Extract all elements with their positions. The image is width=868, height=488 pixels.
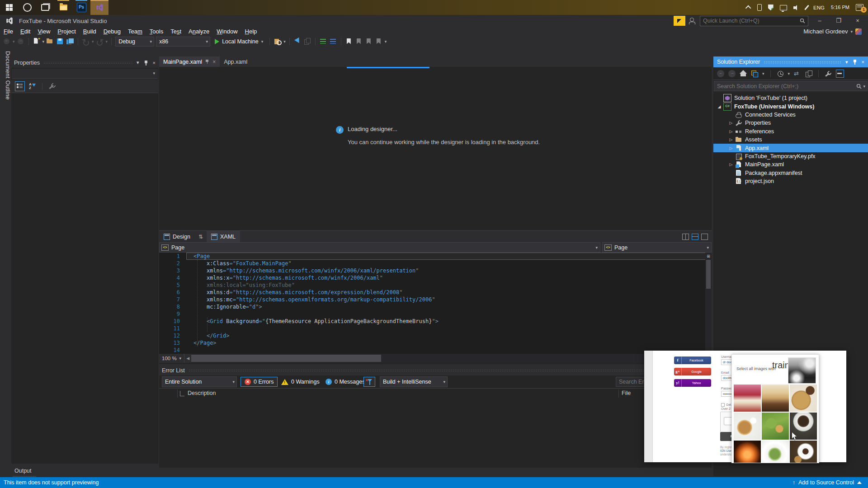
tree-item-project-json[interactable]: project.json: [713, 177, 868, 185]
expand-arrow-icon[interactable]: ▷: [727, 129, 735, 134]
defender-icon[interactable]: [768, 5, 774, 10]
user-dropdown-icon[interactable]: ▾: [850, 29, 853, 34]
captcha-image-pancakes[interactable]: [790, 385, 817, 412]
start-debugging-button[interactable]: Local Machine ▾: [212, 38, 266, 45]
file-column-header[interactable]: File: [622, 390, 631, 396]
code-line[interactable]: <Grid Background="{ThemeResource Applica…: [186, 318, 712, 325]
categorized-view-icon[interactable]: [15, 81, 25, 91]
preview-selected-items-icon[interactable]: [836, 70, 844, 78]
zoom-level-combobox[interactable]: 100 % ▾: [159, 354, 184, 363]
editor-horizontal-scrollbar[interactable]: [191, 354, 712, 363]
menu-file[interactable]: File: [0, 27, 17, 36]
code-line[interactable]: [186, 325, 712, 332]
feedback-person-icon[interactable]: [689, 18, 696, 24]
social-google-button[interactable]: g+Google: [674, 368, 711, 375]
social-yahoo-button[interactable]: y!Yahoo: [674, 379, 711, 387]
home-icon[interactable]: [740, 70, 747, 77]
configuration-combobox[interactable]: Debug▾: [115, 37, 154, 47]
output-tab[interactable]: Output: [14, 468, 32, 474]
editor-vertical-scrollbar[interactable]: ⊞: [705, 253, 712, 354]
action-center-icon[interactable]: 1: [856, 4, 863, 11]
scrollbar-thumb[interactable]: [706, 260, 711, 289]
forward-icon[interactable]: [728, 70, 736, 77]
swap-panes-icon[interactable]: ⇅: [195, 234, 207, 240]
captcha-image-glow[interactable]: [734, 441, 761, 463]
breadcrumb-right-combobox[interactable]: <> Page ▾: [602, 242, 712, 253]
search-options-icon[interactable]: ▾: [863, 84, 865, 89]
expand-arrow-icon[interactable]: ▷: [727, 146, 735, 150]
close-tab-icon[interactable]: ×: [212, 59, 216, 65]
captcha-image-salad2[interactable]: [762, 441, 789, 463]
code-line[interactable]: mc:Ignorable="d">: [186, 303, 712, 310]
code-line[interactable]: [186, 310, 712, 318]
undo-dropdown-icon[interactable]: ▾: [92, 39, 94, 44]
window-menu-icon[interactable]: ▾: [845, 59, 848, 65]
back-dropdown-icon[interactable]: ▾: [13, 39, 15, 44]
scrollbar-thumb[interactable]: [191, 355, 381, 362]
previous-bookmark-icon[interactable]: [355, 38, 363, 46]
task-view-button[interactable]: [36, 0, 54, 15]
menu-debug[interactable]: Debug: [100, 27, 124, 36]
save-all-icon[interactable]: [66, 38, 74, 46]
code-line[interactable]: <Page: [186, 253, 712, 260]
code-line[interactable]: </Page>: [186, 339, 712, 347]
network-display-icon[interactable]: [780, 5, 787, 10]
tree-item-references[interactable]: ▷References: [713, 127, 868, 136]
source-filter-combobox[interactable]: Build + IntelliSense▾: [380, 376, 448, 387]
messages-filter-button[interactable]: i 0 Messages: [322, 377, 368, 387]
open-file-icon[interactable]: [46, 38, 54, 46]
recaptcha-checkbox[interactable]: [724, 417, 732, 425]
expand-arrow-icon[interactable]: ▷: [727, 137, 735, 142]
xaml-view-tab[interactable]: XAML: [207, 231, 240, 243]
navigate-forward-icon[interactable]: [17, 38, 25, 46]
tree-item-assets[interactable]: ▷Assets: [713, 136, 868, 144]
photoshop-button[interactable]: Ps: [72, 0, 90, 15]
code-line[interactable]: xmlns="http://schemas.microsoft.com/winf…: [186, 267, 712, 274]
platform-combobox[interactable]: x86▾: [156, 37, 210, 47]
switch-views-icon[interactable]: [751, 70, 758, 77]
code-line[interactable]: x:Class="FoxTube.MainPage": [186, 260, 712, 267]
xaml-code-editor[interactable]: 1234567891011121314 <Page x:Class="FoxTu…: [159, 253, 712, 354]
scroll-left-icon[interactable]: ◀: [184, 356, 191, 361]
sync-with-active-document-icon[interactable]: [794, 70, 801, 77]
collapse-pane-icon[interactable]: [701, 234, 708, 240]
close-panel-icon[interactable]: ×: [862, 59, 864, 65]
new-file-icon[interactable]: [33, 38, 41, 46]
captcha-image-coffee[interactable]: [790, 441, 817, 463]
vertical-split-icon[interactable]: [682, 234, 689, 240]
captcha-image-breakfast[interactable]: [734, 413, 761, 440]
menu-view[interactable]: View: [34, 27, 54, 36]
bookmark-icon[interactable]: [345, 38, 353, 46]
tree-item-properties[interactable]: ▷Properties: [713, 119, 868, 127]
close-button[interactable]: ×: [850, 15, 865, 26]
quick-launch-input[interactable]: [700, 18, 800, 24]
menu-project[interactable]: Project: [54, 27, 79, 36]
solution-explorer-search-input[interactable]: [714, 83, 856, 89]
tab-mainpage-xaml[interactable]: MainPage.xaml ×: [159, 56, 220, 67]
copy-structure-icon[interactable]: [303, 38, 311, 46]
pin-icon[interactable]: [853, 59, 857, 65]
scope-combobox[interactable]: Entire Solution▾: [162, 376, 237, 387]
design-view-tab[interactable]: Design: [159, 231, 195, 243]
captcha-image-salad[interactable]: [762, 413, 789, 440]
expand-arrow-icon[interactable]: ▷: [727, 121, 735, 125]
undo-icon[interactable]: [82, 38, 90, 46]
property-pages-icon[interactable]: [48, 82, 56, 90]
feedback-button[interactable]: [674, 16, 685, 26]
error-list-titlebar[interactable]: Error List: [159, 365, 712, 375]
warnings-filter-button[interactable]: 0 Warnings: [278, 377, 323, 387]
redo-icon[interactable]: [96, 38, 104, 46]
tree-item-connected-services[interactable]: Connected Services: [713, 111, 868, 119]
save-icon[interactable]: [56, 38, 64, 46]
toolbar-overflow-icon[interactable]: ▾: [385, 39, 387, 44]
next-bookmark-icon[interactable]: [365, 38, 373, 46]
find-in-files-icon[interactable]: [274, 38, 282, 46]
language-indicator[interactable]: ENG: [813, 5, 825, 10]
window-menu-icon[interactable]: ▾: [137, 60, 139, 66]
new-file-dropdown-icon[interactable]: ▾: [42, 39, 45, 44]
expand-arrow-icon[interactable]: ▷: [727, 162, 735, 167]
comment-icon[interactable]: [319, 38, 327, 46]
column-divider[interactable]: [177, 389, 178, 398]
close-panel-icon[interactable]: ×: [153, 60, 156, 66]
volume-icon[interactable]: [793, 5, 800, 10]
